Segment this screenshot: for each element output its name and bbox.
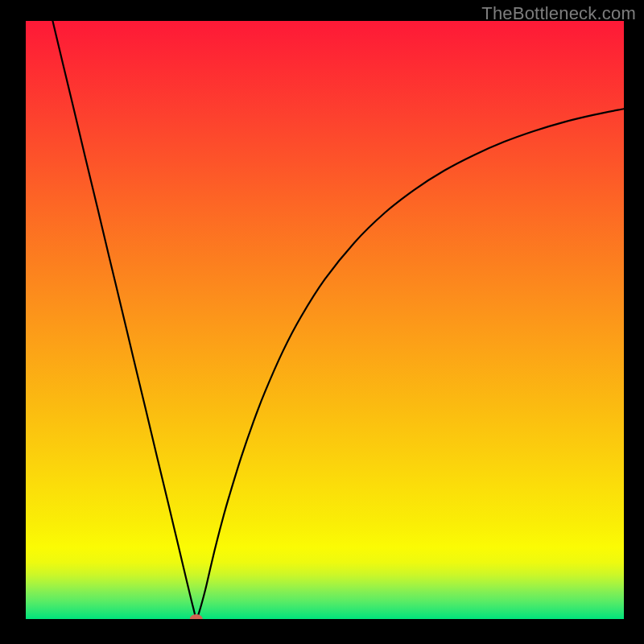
watermark-text: TheBottleneck.com: [481, 3, 636, 24]
gradient-background: [26, 21, 624, 619]
chart-frame: TheBottleneck.com: [0, 0, 644, 644]
chart-canvas: [26, 21, 624, 619]
plot-area: [26, 21, 624, 619]
